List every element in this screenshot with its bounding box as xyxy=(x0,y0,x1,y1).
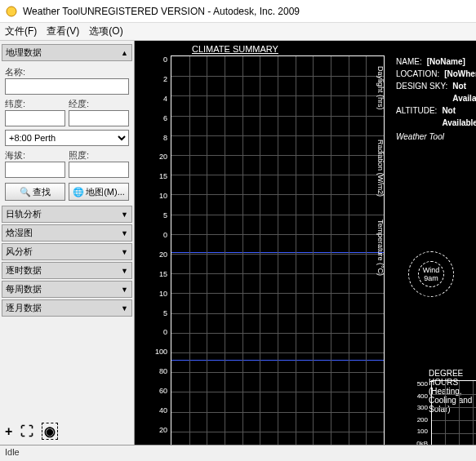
info-alt-v: Not Available xyxy=(442,104,476,129)
alt-label: 海拔: xyxy=(5,149,65,162)
titlebar: Weather ToolUNREGISTERED VERSION - Autod… xyxy=(0,0,476,23)
map-label: 地图(M)... xyxy=(86,186,125,198)
axis-labels: Daylight (hrs) Radiation (W/m2) Temperat… xyxy=(371,55,385,281)
wind-9am: Wind 9am xyxy=(408,251,454,297)
month-axis: JFMAMJJASOND xyxy=(171,444,385,445)
info-loc-k: LOCATION: xyxy=(396,68,439,80)
window-title: Weather ToolUNREGISTERED VERSION - Autod… xyxy=(23,6,300,17)
zoom-controls: + ⛶ ◉ xyxy=(2,419,132,443)
globe-icon: 🌐 xyxy=(73,187,84,197)
brt-label: 照度: xyxy=(69,149,129,162)
search-icon: 🔍 xyxy=(20,187,31,197)
y-axis-ticks: 024682015105020151050100806040200 xyxy=(153,55,169,445)
section-5[interactable]: 逐月数据▼ xyxy=(2,299,132,317)
wind-a-label: Wind xyxy=(423,266,440,274)
zoom-fit-button[interactable]: ⛶ xyxy=(20,424,33,439)
zoom-focus-button[interactable]: ◉ xyxy=(42,423,58,440)
axis-temperature: Temperature (°C) xyxy=(371,215,385,281)
section-geo-label: 地理数据 xyxy=(6,47,42,59)
menu-view[interactable]: 查看(V) xyxy=(47,24,79,38)
degree-grid xyxy=(431,380,476,445)
degree-months: JFMAMJJASOND xyxy=(431,443,476,445)
section-0[interactable]: 日轨分析▼ xyxy=(2,206,132,223)
menubar: 文件(F) 查看(V) 选项(O) xyxy=(0,23,476,41)
section-label-2: 风分析 xyxy=(6,246,33,258)
climate-grid xyxy=(171,55,385,445)
geo-body: 名称: 纬度: 经度: +8:00 Perth 海拔: xyxy=(2,61,132,204)
lat-input[interactable] xyxy=(5,110,65,126)
statusbar: Idle xyxy=(0,445,476,461)
find-button[interactable]: 🔍 查找 xyxy=(5,183,65,201)
lon-label: 经度: xyxy=(69,98,129,110)
chevron-down-icon: ▼ xyxy=(121,304,128,313)
section-2[interactable]: 风分析▼ xyxy=(2,243,132,260)
chevron-down-icon: ▼ xyxy=(121,229,128,237)
section-label-1: 焓湿图 xyxy=(6,227,33,239)
timezone-select[interactable]: +8:00 Perth xyxy=(5,130,129,146)
chevron-down-icon: ▼ xyxy=(121,211,128,219)
sidebar: 地理数据 ▲ 名称: 纬度: 经度: +8:00 Perth xyxy=(0,41,135,445)
lat-label: 纬度: xyxy=(5,98,65,110)
info-name-k: NAME: xyxy=(396,55,422,68)
app-icon xyxy=(5,5,18,18)
climate-title: CLIMATE SUMMARY xyxy=(192,44,278,54)
name-input[interactable] xyxy=(5,78,129,95)
lon-input[interactable] xyxy=(69,110,129,126)
degree-y-left: 5004003002001000kB xyxy=(408,380,429,445)
map-button[interactable]: 🌐 地图(M)... xyxy=(69,183,129,201)
zoom-in-button[interactable]: + xyxy=(5,424,12,439)
status-text: Idle xyxy=(5,447,20,457)
section-1[interactable]: 焓湿图▼ xyxy=(2,224,132,242)
svg-point-0 xyxy=(7,7,16,16)
section-3[interactable]: 逐时数据▼ xyxy=(2,262,132,279)
chevron-up-icon: ▲ xyxy=(121,49,128,57)
info-name-v: [NoName] xyxy=(427,55,465,68)
menu-options[interactable]: 选项(O) xyxy=(89,24,122,38)
chevron-down-icon: ▼ xyxy=(121,267,128,275)
degree-chart: 5004003002001000kB 8k6k4k2k JFMAMJJASOND xyxy=(408,380,476,445)
alt-input[interactable] xyxy=(5,162,65,178)
climate-chart: 024682015105020151050100806040200 JFMAMJ… xyxy=(153,55,391,445)
section-label-4: 每周数据 xyxy=(6,283,42,295)
section-label-5: 逐月数据 xyxy=(6,302,42,314)
name-label: 名称: xyxy=(5,66,129,78)
section-4[interactable]: 每周数据▼ xyxy=(2,281,132,298)
find-label: 查找 xyxy=(33,186,51,198)
info-block: NAME:[NoName] LOCATION:[NoWhere] DESIGN … xyxy=(396,55,476,143)
info-loc-v: [NoWhere] xyxy=(444,68,476,80)
canvas: CLIMATE SUMMARY 024682015105020151050100… xyxy=(135,41,476,445)
axis-radiation: Radiation (W/m2) xyxy=(371,135,385,201)
chevron-down-icon: ▼ xyxy=(121,286,128,294)
brt-input[interactable] xyxy=(69,162,129,178)
wind-a-time: 9am xyxy=(424,274,438,282)
section-label-0: 日轨分析 xyxy=(6,208,42,220)
section-label-3: 逐时数据 xyxy=(6,264,42,277)
info-sky-k: DESIGN SKY: xyxy=(396,80,447,104)
axis-daylight: Daylight (hrs) xyxy=(371,55,385,121)
info-sky-v: Not Available xyxy=(452,80,476,104)
menu-file[interactable]: 文件(F) xyxy=(5,24,37,38)
tool-name: Weather Tool xyxy=(396,131,476,143)
chevron-down-icon: ▼ xyxy=(121,248,128,256)
section-geo[interactable]: 地理数据 ▲ xyxy=(2,44,132,61)
info-alt-k: ALTITUDE: xyxy=(396,104,437,129)
